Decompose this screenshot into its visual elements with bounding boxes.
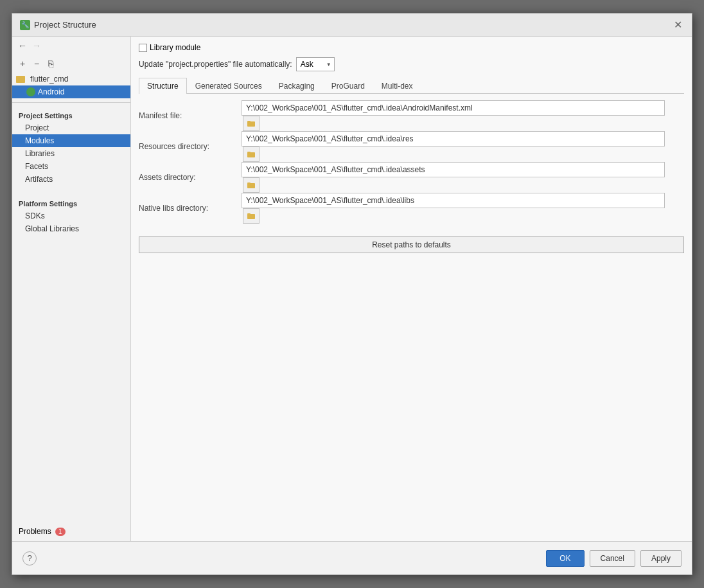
tab-packaging[interactable]: Packaging [270, 78, 323, 94]
tab-structure[interactable]: Structure [139, 78, 187, 94]
bottom-buttons: OK Cancel Apply [546, 550, 682, 567]
folder-open-icon [247, 212, 255, 220]
assets-directory-value [242, 162, 684, 193]
tab-multi-dex[interactable]: Multi-dex [373, 78, 421, 94]
project-settings-header: Project Settings [12, 108, 130, 121]
nav-item-modules[interactable]: Modules [12, 134, 130, 147]
native-libs-directory-row: Native libs directory: [139, 193, 684, 224]
resources-directory-row: Resources directory: [139, 131, 684, 162]
svg-rect-0 [247, 121, 255, 127]
folder-open-icon [247, 181, 255, 189]
problems-section[interactable]: Problems 1 [12, 522, 130, 541]
svg-rect-1 [247, 121, 251, 122]
update-label: Update "project.properties" file automat… [139, 60, 292, 69]
android-icon [26, 87, 35, 96]
nav-item-project[interactable]: Project [12, 121, 130, 134]
library-module-wrapper: Library module [139, 43, 200, 52]
dialog-icon: 🔧 [20, 20, 30, 30]
help-button[interactable]: ? [22, 551, 37, 566]
nav-item-libraries[interactable]: Libraries [12, 147, 130, 160]
native-libs-directory-input[interactable] [242, 193, 665, 208]
update-row: Update "project.properties" file automat… [139, 57, 684, 71]
svg-rect-2 [247, 152, 255, 157]
manifest-file-input[interactable] [242, 100, 665, 116]
manifest-file-label: Manifest file: [139, 100, 242, 131]
assets-directory-input[interactable] [242, 162, 665, 177]
tree-panel: + − ⎘ flutter_cmd Android [12, 55, 130, 103]
left-panel: ← → + − ⎘ flutter_cmd Android [12, 37, 131, 541]
assets-directory-browse-button[interactable] [243, 177, 260, 193]
nav-item-artifacts[interactable]: Artifacts [12, 173, 130, 186]
svg-rect-5 [247, 183, 251, 184]
svg-rect-3 [247, 152, 251, 153]
content-area: Library module Update "project.propertie… [131, 37, 692, 541]
native-libs-directory-value [242, 193, 684, 224]
ok-button[interactable]: OK [546, 550, 584, 567]
nav-item-facets[interactable]: Facets [12, 160, 130, 173]
tree-toolbar: + − ⎘ [12, 55, 130, 73]
resources-directory-label: Resources directory: [139, 131, 242, 162]
library-module-label: Library module [150, 43, 200, 52]
tabs-bar: Structure Generated Sources Packaging Pr… [139, 78, 684, 94]
library-module-checkbox[interactable] [139, 44, 147, 52]
native-libs-directory-browse-button[interactable] [243, 208, 260, 224]
resources-directory-value [242, 131, 684, 162]
close-button[interactable]: ✕ [671, 19, 684, 31]
manifest-file-row: Manifest file: [139, 100, 684, 131]
problems-label: Problems [19, 527, 51, 536]
add-module-button[interactable]: + [16, 57, 29, 70]
reset-paths-button[interactable]: Reset paths to defaults [139, 236, 684, 253]
manifest-file-value [242, 100, 684, 131]
nav-toolbar: ← → [12, 37, 130, 55]
folder-open-icon [247, 120, 255, 127]
remove-module-button[interactable]: − [30, 57, 43, 70]
platform-settings-header: Platform Settings [12, 196, 130, 209]
tab-generated-sources[interactable]: Generated Sources [187, 78, 270, 94]
assets-directory-row: Assets directory: [139, 162, 684, 193]
update-select-value: Ask [301, 60, 313, 69]
tree-item-flutter-cmd[interactable]: flutter_cmd [12, 73, 130, 85]
svg-rect-7 [247, 213, 251, 215]
apply-button[interactable]: Apply [640, 550, 682, 567]
nav-section-project-settings: Project Settings Project Modules Librari… [12, 103, 130, 191]
svg-rect-6 [247, 214, 255, 219]
update-select[interactable]: Ask [296, 57, 335, 71]
title-bar: 🔧 Project Structure ✕ [12, 13, 692, 37]
back-button[interactable]: ← [16, 39, 29, 52]
forward-button[interactable]: → [30, 39, 43, 52]
tree-item-label: flutter_cmd [30, 75, 68, 84]
resources-directory-input[interactable] [242, 131, 665, 147]
problems-badge: 1 [55, 528, 66, 536]
nav-item-sdks[interactable]: SDKs [12, 209, 130, 222]
project-structure-dialog: 🔧 Project Structure ✕ ← → + − ⎘ flutt [12, 13, 692, 575]
folder-icon [16, 76, 25, 83]
folder-open-icon [247, 150, 255, 158]
title-bar-left: 🔧 Project Structure [20, 20, 96, 30]
assets-directory-label: Assets directory: [139, 162, 242, 193]
tree-item-label: Android [38, 87, 64, 96]
dialog-title: Project Structure [34, 20, 96, 30]
copy-module-button[interactable]: ⎘ [44, 57, 57, 70]
resources-directory-browse-button[interactable] [243, 147, 260, 162]
nav-item-global-libraries[interactable]: Global Libraries [12, 222, 130, 235]
nav-section-platform-settings: Platform Settings SDKs Global Libraries [12, 191, 130, 240]
cancel-button[interactable]: Cancel [590, 550, 635, 567]
manifest-file-browse-button[interactable] [243, 116, 260, 131]
svg-rect-4 [247, 183, 255, 188]
dialog-body: ← → + − ⎘ flutter_cmd Android [12, 37, 692, 541]
native-libs-directory-label: Native libs directory: [139, 193, 242, 224]
bottom-bar: ? OK Cancel Apply [12, 541, 692, 575]
form-table: Manifest file: Resources directory: [139, 100, 684, 224]
content-header: Library module [139, 43, 684, 52]
tab-proguard[interactable]: ProGuard [323, 78, 373, 94]
tree-item-android[interactable]: Android [12, 85, 130, 98]
